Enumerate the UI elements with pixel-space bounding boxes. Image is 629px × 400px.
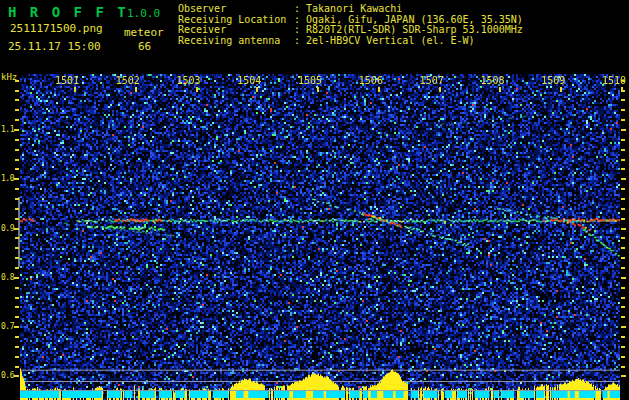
info-value: : 2el-HB9CV Vertical (el. E-W) (294, 35, 475, 46)
right-axis-minor-tick (621, 168, 625, 170)
info-label: Receiver (178, 25, 294, 35)
right-axis-minor-tick (621, 297, 625, 299)
x-axis-label: 1503 (176, 75, 202, 86)
y-axis-minor-tick (15, 356, 19, 358)
right-axis-minor-tick (621, 346, 625, 348)
info-label: Receiving Location (178, 15, 294, 25)
right-axis-minor-tick (621, 247, 625, 249)
x-axis-tick (74, 87, 76, 92)
x-axis-tick (256, 87, 258, 92)
right-axis-major-tick (621, 228, 626, 230)
right-axis-minor-tick (621, 287, 625, 289)
right-axis-major-tick (621, 326, 626, 328)
right-axis-minor-tick (621, 356, 625, 358)
y-axis-minor-tick (15, 198, 19, 200)
right-axis-minor-tick (621, 90, 625, 92)
right-axis-minor-tick (621, 149, 625, 151)
y-axis-label: 1.0 (0, 175, 14, 183)
right-axis-minor-tick (621, 267, 625, 269)
right-axis-minor-tick (621, 188, 625, 190)
mode-label: meteor (124, 26, 164, 39)
spectrogram-canvas (20, 74, 620, 400)
x-axis-label: 1508 (479, 75, 505, 86)
right-axis-major-tick (621, 178, 626, 180)
x-axis-label: 1509 (540, 75, 566, 86)
x-axis-label: 1504 (236, 75, 262, 86)
y-axis-minor-tick (15, 109, 19, 111)
right-axis-major-tick (621, 129, 626, 131)
x-axis-tick (378, 87, 380, 92)
info-value: : R820T2(RTL-SDR) SDR-Sharp 53.1000MHz (294, 24, 523, 35)
right-axis-minor-tick (621, 159, 625, 161)
echo-count: 66 (138, 40, 151, 53)
x-axis-tick (439, 87, 441, 92)
y-axis-minor-tick (15, 346, 19, 348)
y-axis-minor-tick (15, 188, 19, 190)
y-axis-minor-tick (15, 159, 19, 161)
info-value: : Takanori Kawachi (294, 3, 402, 14)
y-axis-major-tick (14, 326, 19, 328)
y-axis-minor-tick (15, 168, 19, 170)
right-axis-minor-tick (621, 237, 625, 239)
right-axis-minor-tick (621, 109, 625, 111)
y-axis-label: 0.7 (0, 323, 14, 331)
x-axis-tick (560, 87, 562, 92)
right-axis-minor-tick (621, 80, 625, 82)
y-axis-minor-tick (15, 336, 19, 338)
y-axis-minor-tick (15, 218, 19, 220)
y-axis-minor-tick (15, 90, 19, 92)
y-axis-minor-tick (15, 366, 19, 368)
right-axis-minor-tick (621, 139, 625, 141)
x-axis-tick (317, 87, 319, 92)
y-axis-major-tick (14, 228, 19, 230)
y-axis-major-tick (14, 277, 19, 279)
right-axis-major-tick (621, 375, 626, 377)
y-axis-minor-tick (15, 139, 19, 141)
info-row: Receiving antenna: 2el-HB9CV Vertical (e… (178, 36, 475, 46)
right-axis-minor-tick (621, 198, 625, 200)
y-axis-label: 1.1 (0, 126, 14, 134)
info-row: Receiver: R820T2(RTL-SDR) SDR-Sharp 53.1… (178, 25, 523, 35)
info-value: : Ogaki, Gifu, JAPAN (136.60E, 35.35N) (294, 14, 523, 25)
right-axis-minor-tick (621, 257, 625, 259)
app-title: H R O F F T (8, 4, 128, 20)
info-label: Observer (178, 4, 294, 14)
x-axis-label: 1506 (358, 75, 384, 86)
right-axis-minor-tick (621, 208, 625, 210)
info-label: Receiving antenna (178, 36, 294, 46)
y-axis-minor-tick (15, 306, 19, 308)
right-axis-minor-tick (621, 366, 625, 368)
y-axis-minor-tick (15, 316, 19, 318)
right-axis-major-tick (621, 277, 626, 279)
right-axis-minor-tick (621, 336, 625, 338)
x-axis-tick (135, 87, 137, 92)
info-row: Receiving Location: Ogaki, Gifu, JAPAN (… (178, 15, 523, 25)
observation-datetime: 25.11.17 15:00 (8, 40, 101, 53)
y-axis-minor-tick (15, 237, 19, 239)
right-axis-minor-tick (621, 218, 625, 220)
y-axis-label: 0.9 (0, 225, 14, 233)
y-axis-label: 0.8 (0, 274, 14, 282)
x-axis-label: 1507 (419, 75, 445, 86)
y-axis-minor-tick (15, 247, 19, 249)
right-axis-minor-tick (621, 99, 625, 101)
x-axis-tick (499, 87, 501, 92)
hrofft-screen: H R O F F T 1.0.0 2511171500.png meteor … (0, 0, 629, 400)
y-axis-minor-tick (15, 208, 19, 210)
right-axis-minor-tick (621, 119, 625, 121)
y-axis-minor-tick (15, 80, 19, 82)
x-axis-label: 1502 (115, 75, 141, 86)
app-version: 1.0.0 (127, 7, 160, 20)
x-axis-tick (196, 87, 198, 92)
y-axis-minor-tick (15, 149, 19, 151)
right-axis-minor-tick (621, 316, 625, 318)
x-axis-label: 1501 (54, 75, 80, 86)
y-axis-minor-tick (15, 257, 19, 259)
y-axis-minor-tick (15, 297, 19, 299)
y-axis-major-tick (14, 129, 19, 131)
info-row: Observer: Takanori Kawachi (178, 4, 402, 14)
right-axis-minor-tick (621, 306, 625, 308)
y-axis-minor-tick (15, 119, 19, 121)
y-axis-minor-tick (15, 99, 19, 101)
y-axis-minor-tick (15, 267, 19, 269)
